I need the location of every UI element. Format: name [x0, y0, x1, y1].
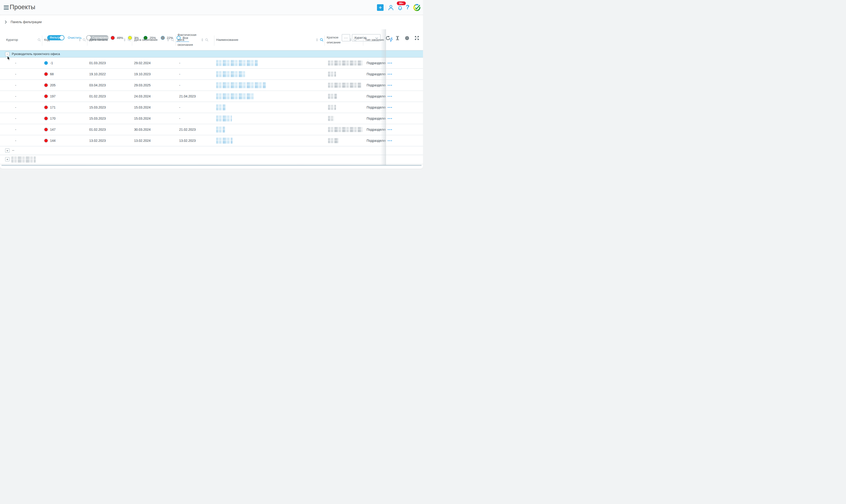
row-actions-button[interactable]: •••	[388, 106, 392, 109]
sort-icon	[167, 38, 169, 41]
sort-icon	[349, 38, 352, 41]
curator-cell: -	[15, 72, 16, 76]
column-header-customer-type[interactable]: Тип заказчика	[363, 31, 386, 50]
start-date-cell: 01.03.2023	[87, 61, 132, 65]
sort-icon	[316, 38, 318, 41]
table-row[interactable]: - 144 13.02.2023 13.02.2024 13.02.2023 П…	[0, 135, 423, 146]
project-name-blurred	[216, 93, 254, 99]
curator-cell: -	[15, 106, 16, 109]
row-actions-button[interactable]: •••	[388, 95, 392, 98]
search-icon	[83, 38, 86, 41]
help-button[interactable]: ?	[406, 4, 409, 11]
expand-group-button[interactable]: +	[5, 157, 10, 161]
group-label: Руководитель проектного офиса	[12, 52, 60, 56]
table-body: - -1 01.03.2023 29.02.2024 - Подразделен…	[0, 58, 423, 146]
code-cell: 144	[42, 139, 87, 143]
start-date-cell: 01.02.2023	[87, 94, 132, 98]
description-blurred	[328, 72, 336, 77]
column-header-short-description[interactable]: Краткое описание	[325, 31, 363, 50]
table-row[interactable]: - 171 15.03.2023 15.03.2024 - Подразделе…	[0, 102, 423, 113]
actual-end-date-cell: -	[176, 72, 214, 76]
row-actions-button[interactable]: •••	[388, 84, 392, 87]
status-dot-icon	[44, 72, 48, 76]
end-date-cell: 29.02.2024	[132, 61, 176, 65]
row-actions-button[interactable]: •••	[388, 128, 392, 131]
horizontal-scrollbar[interactable]	[1, 165, 422, 166]
start-date-cell: 15.03.2023	[87, 116, 132, 120]
row-actions-button[interactable]: •••	[388, 117, 392, 120]
search-active-icon	[320, 38, 323, 41]
column-header-end-date[interactable]: Дата окончания	[132, 31, 176, 50]
project-name-blurred	[216, 115, 232, 122]
status-dot-icon	[44, 106, 48, 109]
table-row[interactable]: - 205 03.04.2023 29.03.2025 - Подразделе…	[0, 80, 423, 91]
project-name-blurred	[216, 104, 225, 110]
end-date-cell: 13.02.2024	[132, 139, 176, 143]
expand-group-button[interactable]: +	[5, 148, 10, 153]
search-icon	[205, 38, 208, 41]
search-icon	[353, 38, 357, 41]
curator-cell: -	[15, 61, 16, 65]
status-dot-icon	[44, 83, 48, 87]
add-button[interactable]: +	[377, 4, 384, 11]
end-date-cell: 30.03.2024	[132, 128, 176, 131]
project-name-blurred	[216, 138, 232, 144]
table-row[interactable]: - -1 01.03.2023 29.02.2024 - Подразделен…	[0, 58, 423, 69]
row-actions-button[interactable]: •••	[388, 61, 392, 65]
table-row[interactable]: - 68 19.10.2022 19.10.2023 - Подразделен…	[0, 69, 423, 80]
menu-button[interactable]	[4, 6, 9, 10]
status-dot-icon	[44, 139, 48, 143]
code-cell: 171	[42, 106, 87, 109]
description-blurred	[328, 94, 337, 99]
user-icon[interactable]	[388, 4, 394, 12]
topbar-divider	[386, 5, 386, 10]
actual-end-date-cell: 21.04.2023	[176, 94, 214, 98]
column-header-start-date[interactable]: Дата начала	[87, 31, 132, 50]
row-actions-button[interactable]: •••	[388, 72, 392, 76]
code-cell: 170	[42, 116, 87, 120]
code-cell: -1	[42, 61, 87, 65]
curator-cell: -	[15, 94, 16, 98]
customer-type-cell: Подразделение	[367, 106, 386, 109]
start-date-cell: 19.10.2022	[87, 72, 132, 76]
filter-bar: Панель фильтрации Фильтр Очистить Сортир…	[0, 15, 423, 28]
actual-end-date-cell: -	[176, 83, 214, 87]
start-date-cell: 03.04.2023	[87, 83, 132, 87]
column-header-actual-end-date[interactable]: Фактическая дата окончания	[176, 31, 214, 50]
description-blurred	[328, 116, 334, 121]
status-dot-icon	[44, 128, 48, 131]
end-date-cell: 24.03.2024	[132, 94, 176, 98]
search-icon	[37, 38, 41, 41]
status-dot-icon	[44, 94, 48, 98]
status-dot-icon	[44, 61, 48, 65]
sort-icon	[123, 38, 126, 41]
row-actions-button[interactable]: •••	[388, 139, 392, 143]
start-date-cell: 13.02.2023	[87, 139, 132, 143]
page-title: Проекты	[10, 3, 35, 11]
collapse-group-button[interactable]: −	[5, 52, 10, 56]
table-row[interactable]: - 170 15.03.2023 15.03.2024 - Подразделе…	[0, 113, 423, 124]
table-row[interactable]: - 147 01.02.2023 30.03.2024 21.02.2023 П…	[0, 124, 423, 135]
filter-panel-label: Панель фильтрации	[11, 20, 42, 24]
code-cell: 68	[42, 72, 87, 76]
sber-logo-icon	[413, 4, 420, 11]
description-blurred	[328, 60, 363, 66]
table-header: Куратор Код Дата начала	[0, 31, 423, 50]
column-header-curator[interactable]: Куратор	[0, 31, 42, 50]
actual-end-date-cell: 13.02.2023	[176, 139, 214, 143]
description-blurred	[328, 138, 339, 143]
customer-type-cell: Подразделение	[367, 61, 386, 65]
table-row[interactable]: - 197 01.02.2023 24.03.2024 21.04.2023 П…	[0, 91, 423, 102]
actual-end-date-cell: -	[176, 116, 214, 120]
end-date-cell: 15.03.2024	[132, 116, 176, 120]
actual-end-date-cell: -	[176, 61, 214, 65]
end-date-cell: 19.10.2023	[132, 72, 176, 76]
app-screen: Проекты + 99+ ?	[0, 0, 423, 252]
sort-icon	[201, 38, 204, 41]
column-header-actions	[386, 31, 423, 50]
column-header-code[interactable]: Код	[42, 31, 87, 50]
expand-filter-panel-button[interactable]	[5, 20, 7, 25]
column-header-name[interactable]: Наименование	[214, 31, 325, 50]
mouse-cursor	[7, 56, 11, 61]
notifications-button[interactable]	[397, 5, 403, 12]
